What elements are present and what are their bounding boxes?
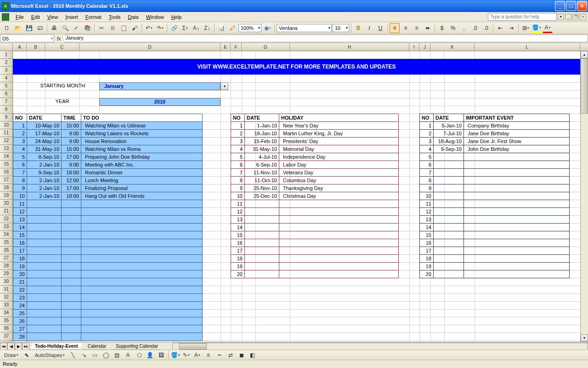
oval-icon[interactable]: ◯ [101,350,111,360]
draw-menu[interactable]: Draw [2,350,21,360]
table-row[interactable]: 20 [13,270,203,278]
name-box[interactable]: D5 [0,34,54,42]
table-row[interactable]: 19 [420,263,570,270]
table-row[interactable]: 62-Jan-109:00Meeting with ABC Inc. [13,161,203,169]
hyperlink-icon[interactable]: 🔗 [169,23,179,33]
table-row[interactable]: 92-Jan-1017:00Finalizing Proposal [13,184,203,192]
row-header-10[interactable]: 10 [0,121,12,129]
horizontal-scrollbar[interactable] [172,343,588,350]
tab-prev-icon[interactable]: ◀ [7,343,15,350]
research-icon[interactable]: 📚 [82,23,92,33]
line-icon[interactable]: ╲ [68,350,78,360]
underline-icon[interactable]: U [375,23,385,33]
row-header-30[interactable]: 30 [0,278,12,286]
clipart-icon[interactable]: 👤 [145,350,155,360]
table-row[interactable]: 318-Aug-10Jane Doe Jr. First Show [420,138,570,145]
help-icon[interactable]: ◉ [262,23,272,33]
menu-window[interactable]: Window [142,13,168,21]
table-row[interactable]: 58-Sep-1017:00Preparing John Doe Birthda… [13,153,203,161]
currency-icon[interactable]: $ [437,23,447,33]
merge-center-icon[interactable]: ⬌ [423,23,433,33]
row-header-12[interactable]: 12 [0,137,12,145]
textbox-icon[interactable]: ▤ [112,350,122,360]
col-header-F[interactable]: F [231,43,242,51]
save-icon[interactable]: 💾 [24,23,34,33]
col-header-C[interactable]: C [45,43,79,51]
table-row[interactable]: 19 [13,263,203,270]
row-header-15[interactable]: 15 [0,161,12,168]
bold-icon[interactable]: B [353,23,363,33]
table-row[interactable]: 14 [13,224,203,231]
font-name-combo[interactable]: Verdana [277,24,332,32]
table-row[interactable]: 12 [420,208,570,216]
table-row[interactable]: 102-Jan-1018:00Hang Out with Old Friends [13,192,203,200]
table-row[interactable]: 5 [420,153,570,161]
row-header-3[interactable]: 3 [0,67,12,75]
arrow-icon[interactable]: ↘ [79,350,89,360]
sheet-tab-supporting-calendar[interactable]: Supporting Calendar [111,343,163,350]
table-row[interactable]: 13 [13,216,203,224]
table-row[interactable]: 9 [420,184,570,192]
row-header-36[interactable]: 36 [0,325,12,333]
table-row[interactable]: 10 [420,192,570,200]
align-right-icon[interactable]: ≡ [412,23,422,33]
table-row[interactable]: 27-Jul-10Jane Doe Birthday [420,130,570,138]
table-row[interactable]: 315-Feb-10Presidents' Day [231,138,399,145]
maximize-button[interactable]: □ [566,1,576,11]
menu-view[interactable]: View [44,13,62,21]
row-header-32[interactable]: 32 [0,293,12,301]
table-row[interactable]: 925-Nov-10Thanksgiving Day [231,184,399,192]
table-row[interactable]: 8 [420,177,570,184]
table-row[interactable]: 12 [231,208,399,216]
table-row[interactable]: 26 [13,317,203,325]
row-header-35[interactable]: 35 [0,317,12,325]
table-row[interactable]: 13 [231,216,399,224]
worksheet-grid[interactable]: 1234567891011121314151617181920212223242… [0,51,580,360]
doc-minimize-button[interactable]: _ [565,14,571,20]
table-row[interactable]: 49-Sep-10John Doe Birthday [420,145,570,153]
line-color-icon[interactable]: ✎ [181,350,192,360]
menu-format[interactable]: Format [82,13,105,21]
menu-tools[interactable]: Tools [105,13,124,21]
table-row[interactable]: 16 [420,239,570,247]
decrease-indent-icon[interactable]: ⇤ [495,23,505,33]
diagram-icon[interactable]: ⬡ [134,350,144,360]
autosum-icon[interactable]: Σ [180,23,190,33]
italic-icon[interactable]: I [364,23,374,33]
table-row[interactable]: 25 [13,310,203,317]
line-style-icon[interactable]: ≡ [204,350,214,360]
table-row[interactable]: 15 [420,231,570,239]
tab-last-icon[interactable]: ⏭ [22,343,29,350]
chart-wizard-icon[interactable]: 📊 [216,23,226,33]
menu-edit[interactable]: Edit [28,13,44,21]
table-row[interactable]: 11 [13,200,203,208]
cut-icon[interactable]: ✂ [96,23,107,33]
new-icon[interactable]: 🗋 [2,23,12,33]
sort-desc-icon[interactable]: Z↓ [202,23,212,33]
select-all-corner[interactable] [0,43,13,51]
table-row[interactable]: 431-May-10Memorial Day [231,145,399,153]
row-header-21[interactable]: 21 [0,207,12,215]
align-center-icon[interactable]: ≡ [401,23,411,33]
shadow-icon[interactable]: ◼ [237,350,247,360]
increase-decimal-icon[interactable]: .0 [470,23,480,33]
table-row[interactable]: 1025-Dec-10Christmas Day [231,192,399,200]
table-row[interactable]: 11 [231,200,399,208]
todo-table[interactable]: NODATETIMETO DO110-May-1015:00Watching M… [13,114,203,341]
rectangle-icon[interactable]: ▭ [90,350,100,360]
close-button[interactable]: × [577,1,587,11]
row-header-34[interactable]: 34 [0,309,12,317]
col-header-D[interactable]: D [79,43,220,51]
drawing-icon[interactable]: 🖍 [227,23,237,33]
table-row[interactable]: 21 [13,278,203,286]
row-header-13[interactable]: 13 [0,145,12,153]
row-header-37[interactable]: 37 [0,333,12,340]
row-header-1[interactable]: 1 [0,51,12,59]
table-row[interactable]: 17 [231,247,399,255]
sheet-tab-calendar[interactable]: Calendar [83,343,112,350]
table-row[interactable]: 20 [420,270,570,278]
print-icon[interactable]: 🖶 [49,23,59,33]
scroll-thumb[interactable] [581,58,588,114]
menu-insert[interactable]: Insert [62,13,82,21]
table-row[interactable]: 24 [13,302,203,310]
